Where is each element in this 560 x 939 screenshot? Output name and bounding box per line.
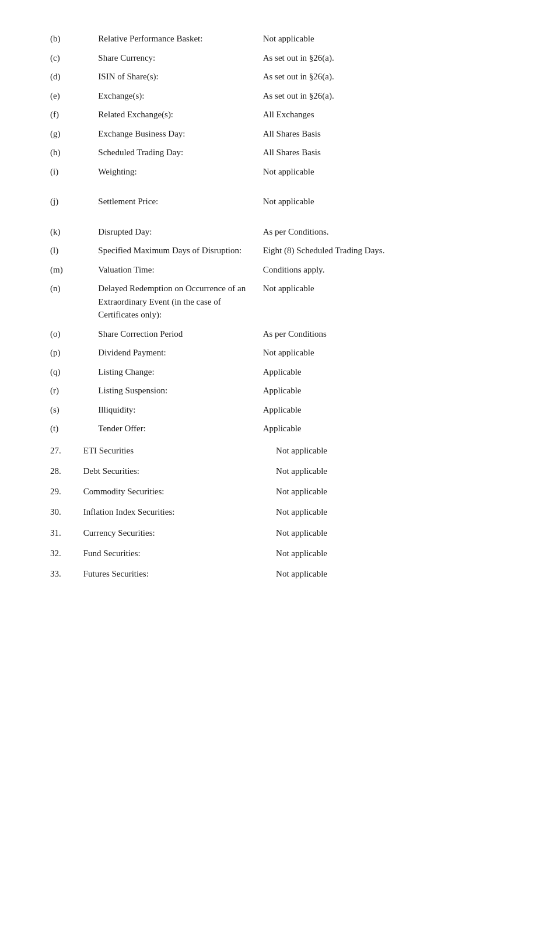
sub-item-label: Exchange(s): bbox=[94, 86, 259, 106]
sub-item-row: (d)ISIN of Share(s):As set out in §26(a)… bbox=[47, 67, 513, 86]
sub-item-row: (m)Valuation Time:Conditions apply. bbox=[47, 260, 513, 280]
sub-items-table: (b)Relative Performance Basket:Not appli… bbox=[47, 29, 513, 438]
sub-item-label: Tender Offer: bbox=[94, 419, 259, 438]
section-label: Inflation Index Securities: bbox=[80, 502, 272, 522]
section-label: Futures Securities: bbox=[80, 564, 272, 584]
sub-item-value: Not applicable bbox=[260, 279, 513, 324]
sub-item-label: ISIN of Share(s): bbox=[94, 67, 259, 86]
sub-item-row: (t)Tender Offer:Applicable bbox=[47, 419, 513, 438]
sub-item-row: (o)Share Correction PeriodAs per Conditi… bbox=[47, 324, 513, 344]
sub-item-value: As set out in §26(a). bbox=[260, 67, 513, 86]
sub-item-value: As per Conditions. bbox=[260, 222, 513, 242]
sub-item-value: Applicable bbox=[260, 400, 513, 420]
sub-item-label: Share Currency: bbox=[94, 48, 259, 68]
sub-item-value: Conditions apply. bbox=[260, 260, 513, 280]
sub-item-label: Listing Suspension: bbox=[94, 381, 259, 400]
sub-item-label: Dividend Payment: bbox=[94, 343, 259, 362]
section-number: 27. bbox=[47, 441, 80, 461]
sub-item-label: Listing Change: bbox=[94, 362, 259, 382]
sub-item-label: Disrupted Day: bbox=[94, 222, 259, 242]
sub-item-row: (i)Weighting:Not applicable bbox=[47, 162, 513, 181]
sub-item-value: Not applicable bbox=[260, 192, 513, 211]
sub-item-label: Valuation Time: bbox=[94, 260, 259, 280]
sub-item-value: Not applicable bbox=[260, 343, 513, 362]
sub-item-letter: (d) bbox=[47, 67, 94, 86]
sub-item-letter: (o) bbox=[47, 324, 94, 344]
sub-item-letter: (i) bbox=[47, 162, 94, 181]
section-number: 29. bbox=[47, 481, 80, 502]
sub-item-letter: (g) bbox=[47, 124, 94, 144]
main-section-row: 32.Fund Securities:Not applicable bbox=[47, 543, 513, 564]
section-value: Not applicable bbox=[272, 564, 513, 584]
sub-item-value: Not applicable bbox=[260, 29, 513, 48]
section-label: Fund Securities: bbox=[80, 543, 272, 564]
sub-item-letter: (j) bbox=[47, 192, 94, 211]
sub-item-value: Applicable bbox=[260, 419, 513, 438]
sub-item-row: (h)Scheduled Trading Day:All Shares Basi… bbox=[47, 143, 513, 162]
main-section-row: 29.Commodity Securities:Not applicable bbox=[47, 481, 513, 502]
sub-item-label: Share Correction Period bbox=[94, 324, 259, 344]
sub-item-letter: (p) bbox=[47, 343, 94, 362]
sub-item-letter: (l) bbox=[47, 241, 94, 260]
section-number: 33. bbox=[47, 564, 80, 584]
section-number: 30. bbox=[47, 502, 80, 522]
sub-item-letter: (q) bbox=[47, 362, 94, 382]
sub-item-label: Weighting: bbox=[94, 162, 259, 181]
sub-item-label: Related Exchange(s): bbox=[94, 105, 259, 124]
sub-item-letter: (e) bbox=[47, 86, 94, 106]
sub-item-value: Eight (8) Scheduled Trading Days. bbox=[260, 241, 513, 260]
section-value: Not applicable bbox=[272, 481, 513, 502]
sub-item-label: Relative Performance Basket: bbox=[94, 29, 259, 48]
sub-item-row: (q)Listing Change:Applicable bbox=[47, 362, 513, 382]
sub-item-value: Applicable bbox=[260, 362, 513, 382]
sub-item-row: (l)Specified Maximum Days of Disruption:… bbox=[47, 241, 513, 260]
sub-item-letter: (f) bbox=[47, 105, 94, 124]
sub-item-label: Delayed Redemption on Occurrence of an E… bbox=[94, 279, 259, 324]
sub-item-row: (k)Disrupted Day:As per Conditions. bbox=[47, 222, 513, 242]
sub-item-value: Not applicable bbox=[260, 162, 513, 181]
sub-item-row: (f)Related Exchange(s):All Exchanges bbox=[47, 105, 513, 124]
section-label: Currency Securities: bbox=[80, 523, 272, 543]
sub-item-row: (j)Settlement Price:Not applicable bbox=[47, 192, 513, 211]
section-number: 32. bbox=[47, 543, 80, 564]
section-label: Commodity Securities: bbox=[80, 481, 272, 502]
sub-item-value: All Shares Basis bbox=[260, 124, 513, 144]
sub-item-value: All Exchanges bbox=[260, 105, 513, 124]
sub-item-value: As set out in §26(a). bbox=[260, 86, 513, 106]
section-value: Not applicable bbox=[272, 441, 513, 461]
sub-item-row: (n)Delayed Redemption on Occurrence of a… bbox=[47, 279, 513, 324]
section-number: 31. bbox=[47, 523, 80, 543]
sub-item-letter: (h) bbox=[47, 143, 94, 162]
sub-item-row: (c)Share Currency:As set out in §26(a). bbox=[47, 48, 513, 68]
sub-item-letter: (m) bbox=[47, 260, 94, 280]
sub-item-value: As per Conditions bbox=[260, 324, 513, 344]
sub-item-row: (p)Dividend Payment:Not applicable bbox=[47, 343, 513, 362]
sub-item-value: As set out in §26(a). bbox=[260, 48, 513, 68]
main-section-row: 31.Currency Securities:Not applicable bbox=[47, 523, 513, 543]
sub-item-letter: (b) bbox=[47, 29, 94, 48]
sub-item-label: Scheduled Trading Day: bbox=[94, 143, 259, 162]
section-label: Debt Securities: bbox=[80, 461, 272, 481]
section-value: Not applicable bbox=[272, 523, 513, 543]
sub-item-letter: (t) bbox=[47, 419, 94, 438]
section-label: ETI Securities bbox=[80, 441, 272, 461]
sub-item-row: (s)Illiquidity:Applicable bbox=[47, 400, 513, 420]
main-section-row: 30.Inflation Index Securities:Not applic… bbox=[47, 502, 513, 522]
sub-item-letter: (c) bbox=[47, 48, 94, 68]
sub-item-row: (e)Exchange(s):As set out in §26(a). bbox=[47, 86, 513, 106]
sub-item-row: (b)Relative Performance Basket:Not appli… bbox=[47, 29, 513, 48]
sub-item-label: Illiquidity: bbox=[94, 400, 259, 420]
section-value: Not applicable bbox=[272, 461, 513, 481]
page: (b)Relative Performance Basket:Not appli… bbox=[0, 0, 560, 939]
sub-item-label: Exchange Business Day: bbox=[94, 124, 259, 144]
main-sections-table: 27.ETI SecuritiesNot applicable28.Debt S… bbox=[47, 441, 513, 585]
sub-item-row: (g)Exchange Business Day:All Shares Basi… bbox=[47, 124, 513, 144]
main-section-row: 27.ETI SecuritiesNot applicable bbox=[47, 441, 513, 461]
sub-item-letter: (r) bbox=[47, 381, 94, 400]
sub-item-label: Specified Maximum Days of Disruption: bbox=[94, 241, 259, 260]
section-value: Not applicable bbox=[272, 502, 513, 522]
main-section-row: 33.Futures Securities:Not applicable bbox=[47, 564, 513, 584]
sub-item-label: Settlement Price: bbox=[94, 192, 259, 211]
main-section-row: 28.Debt Securities:Not applicable bbox=[47, 461, 513, 481]
section-number: 28. bbox=[47, 461, 80, 481]
